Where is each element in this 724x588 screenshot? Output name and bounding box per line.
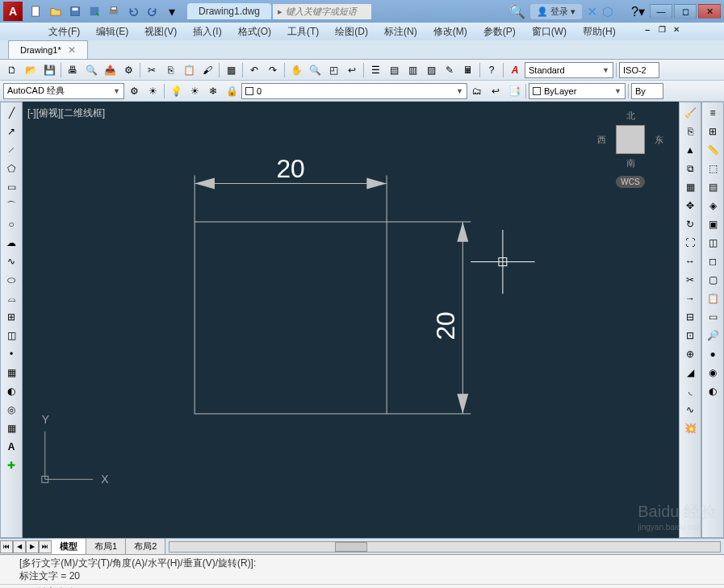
clipboard-icon[interactable]: 📋 xyxy=(704,290,722,307)
polygon-tool-icon[interactable]: ⬠ xyxy=(2,160,20,177)
measure-icon[interactable]: 📏 xyxy=(704,141,722,159)
region-tool-icon[interactable]: ◎ xyxy=(2,401,20,419)
polyline-tool-icon[interactable]: ⟋ xyxy=(2,141,20,159)
design-center-icon[interactable]: ▤ xyxy=(385,61,403,79)
circle-tool-icon[interactable]: ○ xyxy=(2,215,20,233)
properties-icon[interactable]: ☰ xyxy=(366,61,384,79)
layer-states-icon[interactable]: ☀ xyxy=(186,82,203,100)
menu-format[interactable]: 格式(O) xyxy=(230,23,279,40)
qat-new-icon[interactable] xyxy=(27,2,45,20)
zoom-window-icon[interactable]: ◰ xyxy=(324,61,342,79)
workspace-save-icon[interactable]: ☀ xyxy=(144,82,161,100)
zoom-icon[interactable]: 🔍 xyxy=(306,61,324,79)
mdi-minimize[interactable]: ‒ xyxy=(640,23,655,35)
trim-tool-icon[interactable]: ✂ xyxy=(681,271,699,289)
layers-panel-icon[interactable]: ▤ xyxy=(704,178,722,196)
view-panel-icon[interactable]: ▭ xyxy=(704,308,722,326)
drawing-canvas[interactable]: 20 20 X Y xyxy=(23,102,679,538)
menu-dimension[interactable]: 标注(N) xyxy=(376,23,425,40)
sheet-set-icon[interactable]: ▨ xyxy=(422,61,440,79)
action-recorder-icon[interactable]: ● xyxy=(704,345,722,363)
lineweight-dropdown[interactable]: By xyxy=(631,83,663,99)
menu-modify[interactable]: 修改(M) xyxy=(425,23,475,40)
undo-icon[interactable]: ↶ xyxy=(245,61,263,79)
new-icon[interactable]: 🗋 xyxy=(3,61,21,79)
ellipse-arc-icon[interactable]: ⌓ xyxy=(2,290,20,307)
binoculars-icon[interactable]: 🔍 xyxy=(509,4,525,19)
menu-file[interactable]: 文件(F) xyxy=(40,23,88,40)
maximize-button[interactable]: ◻ xyxy=(674,4,697,19)
menu-parametric[interactable]: 参数(P) xyxy=(475,23,524,40)
menu-help[interactable]: 帮助(H) xyxy=(575,23,624,40)
viewcube-south[interactable]: 南 xyxy=(626,157,635,169)
annotation-icon[interactable]: ◈ xyxy=(704,197,722,215)
ellipse-tool-icon[interactable]: ⬭ xyxy=(2,271,20,289)
color-dropdown[interactable]: ByLayer ▼ xyxy=(529,83,626,99)
menu-insert[interactable]: 插入(I) xyxy=(185,23,229,40)
exchange-icon[interactable]: ✕ xyxy=(587,4,597,19)
search-input[interactable] xyxy=(286,6,366,16)
chamfer-tool-icon[interactable]: ◢ xyxy=(681,364,699,382)
menu-edit[interactable]: 编辑(E) xyxy=(88,23,136,40)
layer-lightbulb-icon[interactable]: 💡 xyxy=(167,82,185,100)
array-tool-icon[interactable]: ▦ xyxy=(681,178,699,196)
copy-icon[interactable]: ⎘ xyxy=(161,61,179,79)
3dprint-icon[interactable]: ⚙ xyxy=(119,61,137,79)
search-box[interactable]: ▸ xyxy=(273,4,371,19)
autodesk-icon[interactable]: ⬡ xyxy=(602,4,613,19)
viewcube-east[interactable]: 东 xyxy=(655,134,663,146)
help-icon[interactable]: ?▾ xyxy=(631,4,645,19)
layout-prev-icon[interactable]: ◀ xyxy=(13,540,26,553)
layout-last-icon[interactable]: ⏭ xyxy=(39,540,52,553)
constraint-icon[interactable]: ⊞ xyxy=(704,123,722,140)
utilities-icon[interactable]: ▢ xyxy=(704,271,722,289)
select-all-icon[interactable]: ⬚ xyxy=(704,160,722,177)
spline-tool-icon[interactable]: ∿ xyxy=(2,252,20,270)
layer-dropdown[interactable]: 0 ▼ xyxy=(241,83,467,99)
move-tool-icon[interactable]: ✥ xyxy=(681,197,699,215)
explode-tool-icon[interactable]: 💥 xyxy=(681,419,699,437)
layout-tab-layout2[interactable]: 布局2 xyxy=(126,539,165,554)
quickcalc-icon[interactable]: 🖩 xyxy=(459,61,477,79)
block-icon[interactable]: ▣ xyxy=(704,215,722,233)
text-style-icon[interactable]: A xyxy=(506,61,524,79)
break-at-point-icon[interactable]: ⊟ xyxy=(681,308,699,326)
dim-style-dropdown[interactable]: ISO-2 xyxy=(619,62,659,78)
block-editor-icon[interactable]: ▦ xyxy=(222,61,240,79)
find-icon[interactable]: 🔎 xyxy=(704,327,722,344)
qat-redo-icon[interactable] xyxy=(144,2,161,20)
offset-tool-icon[interactable]: ⧉ xyxy=(681,160,699,177)
login-button[interactable]: 👤 登录 ▾ xyxy=(530,4,582,19)
render-icon[interactable]: ◉ xyxy=(704,364,722,382)
minimize-button[interactable]: — xyxy=(650,4,672,19)
insert-block-icon[interactable]: ⊞ xyxy=(2,308,20,326)
paste-icon[interactable]: 📋 xyxy=(180,61,198,79)
horizontal-scrollbar[interactable] xyxy=(169,541,721,553)
tool-palettes-icon[interactable]: ▥ xyxy=(404,61,421,79)
viewport-label[interactable]: [-][俯视][二维线框] xyxy=(27,106,105,120)
hatch-tool-icon[interactable]: ▦ xyxy=(2,364,20,382)
qat-undo-icon[interactable] xyxy=(124,2,142,20)
close-button[interactable]: ✕ xyxy=(698,4,721,19)
scrollbar-thumb[interactable] xyxy=(335,542,367,552)
layout-tab-layout1[interactable]: 布局1 xyxy=(86,539,126,554)
erase-tool-icon[interactable]: 🧹 xyxy=(681,104,699,122)
fillet-tool-icon[interactable]: ◟ xyxy=(681,382,699,400)
viewcube-north[interactable]: 北 xyxy=(626,110,635,122)
menu-tools[interactable]: 工具(T) xyxy=(279,23,327,40)
make-block-icon[interactable]: ◫ xyxy=(2,327,20,344)
zoom-prev-icon[interactable]: ↩ xyxy=(343,61,361,79)
stretch-tool-icon[interactable]: ↔ xyxy=(681,252,699,270)
point-tool-icon[interactable]: • xyxy=(2,345,20,363)
rectangle-tool-icon[interactable]: ▭ xyxy=(2,178,20,196)
copy-tool-icon[interactable]: ⎘ xyxy=(681,123,699,140)
layout-tab-model[interactable]: 模型 xyxy=(52,539,86,554)
table-tool-icon[interactable]: ▦ xyxy=(2,419,20,437)
qat-save-icon[interactable] xyxy=(66,2,84,20)
mtext-tool-icon[interactable]: A xyxy=(2,438,20,456)
open-icon[interactable]: 📂 xyxy=(22,61,40,79)
qat-more-icon[interactable]: ▾ xyxy=(163,2,181,20)
join-tool-icon[interactable]: ⊕ xyxy=(681,345,699,363)
plot-icon[interactable]: 🖶 xyxy=(64,61,82,79)
layer-match-icon[interactable]: 📑 xyxy=(505,82,523,100)
